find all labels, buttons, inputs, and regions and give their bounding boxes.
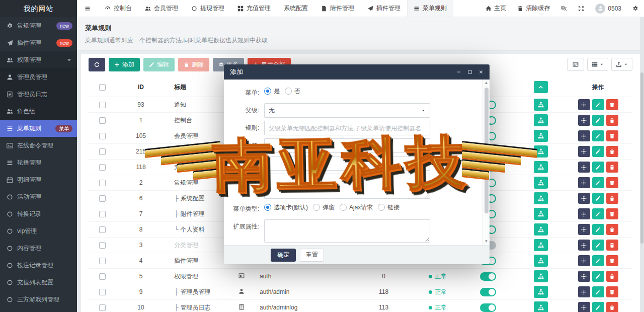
- edit-row-button[interactable]: [592, 224, 604, 235]
- scroll-down-icon[interactable]: ▼: [483, 239, 490, 245]
- edit-row-button[interactable]: [592, 302, 604, 312]
- sidebar-item-10[interactable]: 投注记录管理: [0, 257, 77, 274]
- sitemap-button[interactable]: [534, 286, 548, 298]
- sitemap-button[interactable]: [534, 130, 548, 142]
- sidebar-item-2-2[interactable]: 角色组: [0, 103, 77, 120]
- edit-row-button[interactable]: [592, 193, 604, 204]
- settings-button[interactable]: [627, 0, 644, 17]
- tab-5[interactable]: 附件管理: [314, 0, 361, 17]
- row-checkbox[interactable]: [99, 148, 106, 155]
- parent-select[interactable]: 无: [264, 103, 430, 118]
- scroll-up-icon[interactable]: ▲: [483, 80, 490, 86]
- row-checkbox[interactable]: [99, 273, 106, 280]
- tab-7[interactable]: 菜单规则: [407, 0, 453, 17]
- sidebar-item-7[interactable]: 转换记录: [0, 205, 77, 222]
- site-title[interactable]: 我的网站: [0, 0, 77, 17]
- add-button[interactable]: 添加: [109, 58, 140, 71]
- sidebar-item-4[interactable]: 轮播管理: [0, 154, 77, 171]
- row-checkbox[interactable]: [99, 289, 106, 295]
- radio-yes[interactable]: [264, 88, 271, 95]
- sitemap-button[interactable]: [534, 161, 548, 173]
- delete-row-button[interactable]: [606, 146, 618, 157]
- edit-row-button[interactable]: [592, 240, 604, 251]
- drag-button[interactable]: [578, 255, 590, 266]
- radio-type-ajax[interactable]: [340, 204, 347, 211]
- covered-input[interactable]: [264, 156, 430, 171]
- tab-6[interactable]: 插件管理: [361, 0, 407, 17]
- tab-2[interactable]: 提现管理: [185, 0, 231, 17]
- delete-row-button[interactable]: [606, 99, 618, 110]
- row-checkbox[interactable]: [99, 226, 106, 233]
- drag-button[interactable]: [578, 130, 590, 141]
- drag-button[interactable]: [578, 286, 590, 297]
- confirm-button[interactable]: 确定: [271, 249, 296, 262]
- refresh-button[interactable]: [89, 58, 105, 71]
- sitemap-button[interactable]: [534, 239, 548, 251]
- drag-button[interactable]: [578, 99, 590, 110]
- sidebar-item-9[interactable]: 内容管理: [0, 240, 77, 257]
- radio-type-tab[interactable]: [264, 204, 271, 211]
- sitemap-button[interactable]: [534, 99, 548, 111]
- row-checkbox[interactable]: [99, 195, 106, 202]
- drag-button[interactable]: [578, 193, 590, 204]
- reset-button[interactable]: 重置: [300, 249, 324, 262]
- edit-row-button[interactable]: [592, 99, 604, 110]
- col-title[interactable]: 标题: [166, 77, 231, 97]
- sitemap-button[interactable]: [534, 145, 548, 158]
- sitemap-button[interactable]: [534, 208, 548, 220]
- delete-row-button[interactable]: [606, 177, 618, 188]
- sitemap-button[interactable]: [534, 114, 548, 126]
- delete-row-button[interactable]: [606, 208, 618, 219]
- dialog-scrollbar[interactable]: ▲ ▼: [482, 80, 490, 245]
- edit-row-button[interactable]: [592, 286, 604, 297]
- rule-input[interactable]: [264, 121, 430, 135]
- row-checkbox[interactable]: [99, 242, 106, 249]
- tab-1[interactable]: 会员管理: [138, 0, 185, 17]
- sitemap-button[interactable]: [534, 223, 548, 236]
- delete-row-button[interactable]: [606, 162, 618, 173]
- drag-button[interactable]: [578, 177, 590, 188]
- sidebar-item-2-0[interactable]: 管理员管理: [0, 68, 77, 86]
- page-scrollbar[interactable]: [640, 17, 644, 312]
- delete-row-button[interactable]: [606, 224, 618, 235]
- row-checkbox[interactable]: [99, 304, 106, 311]
- status-toggle[interactable]: [480, 272, 496, 281]
- edit-button[interactable]: 编辑: [143, 58, 175, 71]
- drag-button[interactable]: [578, 271, 590, 282]
- edit-row-button[interactable]: [592, 177, 604, 188]
- sitemap-button[interactable]: [534, 255, 548, 267]
- row-checkbox[interactable]: [99, 258, 106, 264]
- sitemap-button[interactable]: [534, 192, 548, 204]
- status-toggle[interactable]: [480, 303, 496, 312]
- scrollbar-thumb[interactable]: [485, 88, 489, 213]
- delete-row-button[interactable]: [606, 286, 618, 297]
- row-checkbox[interactable]: [99, 117, 106, 124]
- sidebar-item-8[interactable]: vip管理: [0, 222, 77, 240]
- drag-button[interactable]: [578, 224, 590, 235]
- home-link[interactable]: 主页: [480, 0, 512, 17]
- delete-row-button[interactable]: [606, 130, 618, 141]
- sidebar-item-5[interactable]: 明细管理: [0, 171, 77, 188]
- drag-button[interactable]: [578, 115, 590, 126]
- sidebar-item-12[interactable]: 三方游戏列管理: [0, 291, 77, 308]
- edit-row-button[interactable]: [592, 115, 604, 126]
- drag-button[interactable]: [578, 146, 590, 157]
- title-input[interactable]: [264, 138, 430, 153]
- delete-row-button[interactable]: [606, 193, 618, 204]
- columns-button[interactable]: [587, 58, 608, 71]
- sidebar-item-2[interactable]: 权限管理: [0, 51, 77, 68]
- row-checkbox[interactable]: [99, 180, 106, 186]
- delete-row-button[interactable]: [606, 255, 618, 266]
- export-button[interactable]: [611, 58, 632, 71]
- user-menu[interactable]: 0503: [590, 0, 627, 17]
- edit-row-button[interactable]: [592, 146, 604, 157]
- row-checkbox[interactable]: [99, 102, 106, 108]
- select-all-checkbox[interactable]: [99, 84, 106, 91]
- col-id[interactable]: ID: [116, 77, 166, 97]
- sidebar-toggle-button[interactable]: [77, 0, 98, 17]
- tab-3[interactable]: 充值管理: [231, 0, 277, 17]
- page-scrollbar-thumb[interactable]: [640, 72, 643, 244]
- row-checkbox[interactable]: [99, 164, 106, 171]
- ext-textarea[interactable]: [264, 219, 430, 243]
- sidebar-item-3[interactable]: 在线命令管理: [0, 137, 77, 154]
